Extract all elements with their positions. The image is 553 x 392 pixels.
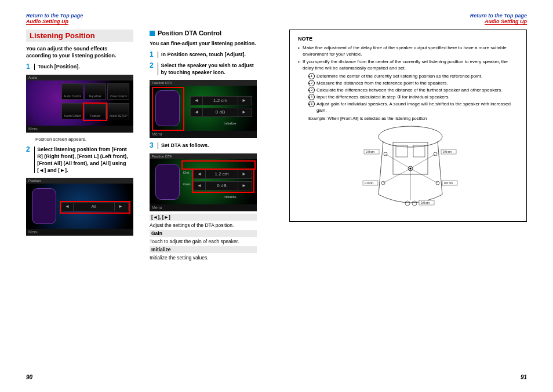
note-step-5: 5Adjust gain for individual speakers. A … [308,101,518,113]
prev-icon: ◄ [191,97,203,105]
dist-label: Dist [183,171,189,174]
car-icon [32,188,56,224]
svg-point-10 [405,201,410,206]
car-icon [155,164,180,200]
shot-title: Position DTA [150,153,257,159]
diag-label-a: 0.0 cm [366,150,374,153]
note-bullet-2: If you specify the distance from the cen… [298,58,518,212]
page-footer: 90 91 [26,374,527,380]
note-step-3: 3Calculate the differences between the d… [308,87,518,93]
audio-setting-link-right[interactable]: Audio Setting Up [485,19,527,25]
step-body: Select the speaker you wish to adjust by… [161,62,257,76]
step-body: Touch [Position]. [38,63,80,71]
note-bullet-1: Make fine adjustment of the delay time o… [298,45,518,57]
page-number-left: 90 [26,374,32,380]
mid-step-1: 1 In Position screen, touch [Adjust]. [150,51,257,58]
icon-audio-control: Audio Control [61,83,83,100]
kv-initialize: InitializeInitialize the setting values. [150,246,257,262]
svg-line-12 [385,154,410,168]
step-body: Set DTA as follows. [161,142,209,149]
icon-sound-effect: Sound Effect [61,103,83,119]
screenshot-dta-select: Position DTA ◄1.2 cm► ◄0 dB► Initialize … [150,80,257,138]
highlight-car [152,87,184,131]
gain-row: ◄0 dB► [190,108,252,117]
shot-menubar: Menu [150,204,257,211]
highlight-selector [60,201,130,214]
screenshot-audio-menu: Audio Audio Control Equalizer Zone Contr… [26,75,133,133]
return-top-link-left[interactable]: Return to the Top page [26,13,83,19]
position-dta-heading: Position DTA Control [150,30,257,36]
return-top-link-right[interactable]: Return to the Top page [470,13,527,19]
highlight-rows [192,168,254,193]
dist-value: 1.2 cm [203,97,238,105]
init-label: Initialize [224,122,237,125]
note-box: NOTE Make fine adjustment of the delay t… [289,30,527,222]
left-step-1: 1 Touch [Position]. [26,63,133,71]
section-mark-icon [150,31,155,36]
kv-gain: GainTouch to adjust the gain of each spe… [150,230,257,246]
dta-intro: You can fine-adjust your listening posit… [150,40,257,47]
step-number: 1 [26,63,31,71]
diag-label-b: 0.0 cm [443,150,452,153]
page-header: Return to the Top page Audio Setting Up … [26,13,527,25]
shot-title: Position DTA [150,80,257,86]
diag-label-d: 0.0 cm [444,181,453,185]
step-body: In Position screen, touch [Adjust]. [161,51,246,58]
shot-menubar: Menu [26,229,133,236]
shot-title: Position [26,178,133,184]
audio-setting-link-left[interactable]: Audio Setting Up [26,19,68,25]
mid-step-2: 2 Select the speaker you wish to adjust … [150,62,257,76]
mid-step-3: 3 Set DTA as follows. [150,142,257,149]
dist-row: ◄1.2 cm► [190,96,252,105]
step-number: 2 [26,146,31,174]
next-icon: ► [238,108,250,116]
diag-label-c: 0.0 cm [365,181,373,185]
svg-line-13 [410,154,435,168]
gain-value: 0 dB [203,108,238,116]
init-label: Initialize [224,195,237,199]
step-number: 3 [150,142,155,149]
svg-point-11 [412,201,417,206]
next-icon: ► [238,97,250,105]
icon-audio-setup: Audio SETUP [107,103,129,119]
diag-label-e: 0.0 cm [421,201,430,204]
screenshot-dta-set: Position DTA Dist ◄1.2 cm► Gain ◄0 dB► I… [150,153,257,211]
step-body: Select listening position from [Front R]… [37,146,133,174]
step-number: 1 [150,51,155,58]
screenshot-position: Position ◄All► Menu [26,178,133,236]
shot-menubar: Menu [26,126,133,133]
svg-point-0 [379,126,442,147]
position-caption: Position screen appears. [26,137,133,142]
listening-position-heading: Listening Position [26,30,133,42]
shot-title: Audio [26,75,133,80]
note-example: Example: When [Front All] is selected as… [308,116,518,122]
gain-label: Gain [183,182,191,186]
highlight-arrows-top [181,160,256,170]
note-step-4: 4Input the differences calculated in ste… [308,94,518,100]
kv-arrows: [◄], [►]Adjust the settings of the DTA p… [150,214,257,230]
shot-menubar: Menu [150,131,257,138]
step-number: 2 [150,62,155,76]
icon-zone-control: Zone Control [107,83,129,100]
svg-line-14 [383,168,410,183]
highlight-position-icon [83,102,107,121]
note-step-2: 2Measure the distances from the referenc… [308,80,518,86]
listening-intro: You can adjust the sound effects accordi… [26,45,133,59]
note-title: NOTE [298,36,518,42]
car-speaker-diagram: 0.0 cm 0.0 cm 0.0 cm 0.0 cm 0.0 cm [361,125,460,212]
svg-line-15 [410,168,438,183]
left-step-2: 2 Select listening position from [Front … [26,146,133,174]
icon-equalizer: Equalizer [85,83,107,100]
page-number-right: 91 [521,374,527,380]
prev-icon: ◄ [191,108,203,116]
note-step-1: 1Determine the center of the currently s… [308,73,518,79]
